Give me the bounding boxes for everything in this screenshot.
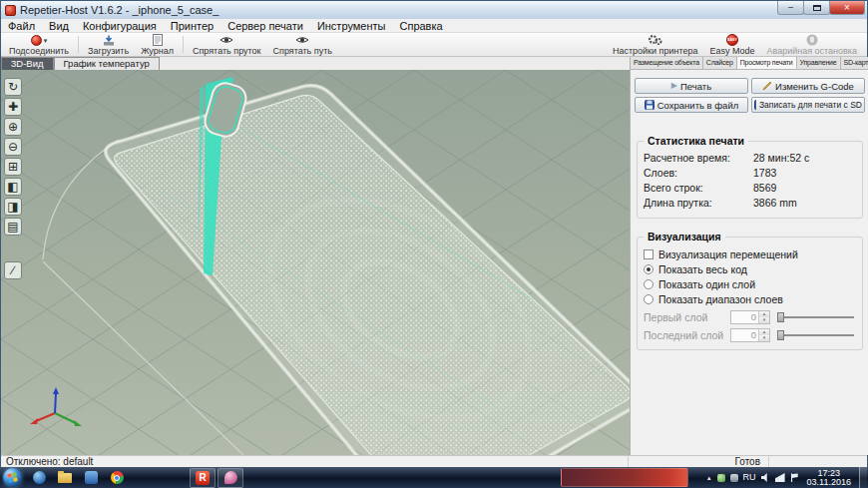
show-desktop-button[interactable] (859, 467, 867, 488)
window-controls: – × (778, 1, 865, 15)
3d-viewport[interactable]: ↻ ✚ ⊕ ⊖ ⊞ ◧ ◨ ▤ ∕ (1, 70, 630, 455)
menu-item-config[interactable]: Конфигурация (76, 19, 164, 33)
stop-hand-icon (806, 34, 818, 46)
action-center-flag-icon[interactable] (790, 473, 799, 482)
zoom-out-button[interactable]: ⊖ (4, 138, 22, 156)
spin-down-icon[interactable]: ▼ (759, 317, 769, 323)
viewport-3d-scene (1, 70, 630, 455)
taskbar-app-blue[interactable] (78, 468, 104, 488)
taskbar: R ▲ RU 17:23 03.11.2016 (0, 467, 868, 488)
stat-value-layers: 1783 (753, 166, 776, 181)
menu-item-view[interactable]: Вид (42, 19, 76, 33)
taskbar-app-media[interactable] (26, 468, 52, 488)
app-icon (85, 471, 98, 484)
stat-value-time: 28 мин:52 с (753, 151, 809, 166)
hide-travel-button[interactable]: Спрятать путь (267, 33, 338, 56)
tab-object-placement[interactable]: Размещение объекта (631, 57, 703, 69)
start-button[interactable] (3, 468, 22, 487)
save-to-file-button[interactable]: Сохранить в файл (635, 97, 748, 113)
easy-mode-icon: EASY (726, 34, 738, 46)
tray-chevron-icon[interactable]: ▲ (706, 475, 712, 481)
front-view-icon: ◧ (7, 180, 18, 194)
windows-logo-icon (7, 472, 17, 482)
tab-slicer[interactable]: Слайсер (703, 57, 737, 69)
ruler-icon: ∕ (12, 263, 14, 277)
move-view-button[interactable]: ✚ (4, 98, 22, 116)
chevron-down-icon: ▾ (44, 37, 48, 44)
play-icon: ▶ (671, 82, 677, 90)
tab-sd-card[interactable]: SD-карта (841, 57, 868, 69)
connect-button[interactable]: ▾ Подсоединить (3, 33, 75, 56)
maximize-button[interactable] (803, 1, 830, 15)
print-button[interactable]: ▶ Печать (635, 78, 748, 94)
folder-icon (58, 473, 72, 483)
menu-item-printer[interactable]: Принтер (164, 19, 220, 33)
first-layer-slider[interactable] (777, 311, 856, 323)
save-disk-icon (645, 100, 654, 110)
spin-down-icon[interactable]: ▼ (759, 335, 769, 341)
menu-item-print-server[interactable]: Сервер печати (220, 19, 310, 33)
gear-icon (648, 34, 662, 46)
tab-temp-graph[interactable]: График температур (54, 57, 160, 70)
palette-icon (224, 471, 237, 484)
tray-app-icon[interactable] (730, 474, 738, 482)
fit-view-button[interactable]: ⊞ (4, 158, 22, 176)
emergency-stop-button[interactable]: Аварийная остановка (760, 33, 863, 56)
toolbar-right-group: Настройки принтера EASY Easy Mode Аварий… (607, 33, 865, 56)
easy-mode-button[interactable]: EASY Easy Mode (703, 33, 760, 56)
show-layer-range-radio[interactable] (644, 294, 653, 304)
menu-item-tools[interactable]: Инструменты (310, 19, 393, 33)
hide-filament-button[interactable]: Спрятать пруток (187, 33, 267, 56)
tray-app-icon[interactable] (717, 474, 725, 482)
top-view-button[interactable]: ▤ (4, 218, 22, 236)
show-all-radio[interactable] (644, 264, 653, 274)
show-range-row: Показать диапазон слоев (644, 292, 856, 306)
load-button[interactable]: Загрузить (82, 33, 135, 56)
move-icon: ✚ (8, 100, 18, 114)
side-view-icon: ◨ (7, 200, 18, 214)
language-indicator[interactable]: RU (743, 473, 756, 482)
taskbar-app-explorer[interactable] (52, 468, 78, 488)
tray-date: 03.11.2016 (807, 477, 851, 487)
save-for-sd-button[interactable]: Записать для печати с SD (751, 97, 865, 113)
network-icon[interactable] (775, 473, 785, 482)
load-icon (103, 34, 115, 46)
side-view-button[interactable]: ◨ (4, 198, 22, 216)
zoom-in-button[interactable]: ⊕ (4, 118, 22, 136)
taskbar-app-browser[interactable] (104, 468, 130, 488)
menu-item-file[interactable]: Файл (1, 19, 42, 33)
front-view-button[interactable]: ◧ (4, 178, 22, 196)
tray-clock[interactable]: 17:23 03.11.2016 (804, 469, 854, 487)
viewport-toolbar: ↻ ✚ ⊕ ⊖ ⊞ ◧ ◨ ▤ ∕ (4, 78, 22, 279)
journal-icon (153, 34, 163, 46)
last-layer-slider-handle[interactable] (777, 330, 784, 340)
show-moves-row: Визуализация перемещений (644, 247, 856, 261)
rotate-view-button[interactable]: ↻ (4, 78, 22, 96)
taskbar-paint-button[interactable] (217, 468, 243, 488)
edit-gcode-button[interactable]: Изменить G-Code (751, 78, 865, 94)
tab-manual-control[interactable]: Управление (797, 57, 841, 69)
taskbar-repetier-button[interactable]: R (190, 468, 216, 488)
zoom-in-icon: ⊕ (8, 120, 18, 134)
last-layer-spinbox[interactable]: 0 ▲ ▼ (730, 328, 770, 342)
app-icon (5, 5, 16, 16)
tab-print-preview[interactable]: Просмотр печати (737, 57, 797, 69)
connect-icon (31, 35, 42, 46)
show-single-layer-radio[interactable] (644, 279, 653, 289)
menu-item-help[interactable]: Справка (392, 19, 449, 33)
measure-button[interactable]: ∕ (4, 261, 22, 279)
window-title: Repetier-Host V1.6.2 - _iphone_5_case_ (20, 4, 218, 16)
last-layer-slider[interactable] (777, 329, 856, 341)
first-layer-slider-handle[interactable] (777, 312, 784, 322)
show-moves-checkbox[interactable] (644, 249, 653, 259)
maximize-icon (813, 5, 821, 11)
printer-settings-button[interactable]: Настройки принтера (607, 33, 704, 56)
tab-3d-view[interactable]: 3D-Вид (1, 57, 54, 70)
close-button[interactable]: × (829, 1, 865, 15)
minimize-button[interactable]: – (777, 1, 804, 15)
speaker-icon[interactable] (761, 473, 770, 482)
visualization-title: Визуализация (644, 231, 725, 244)
first-layer-spinbox[interactable]: 0 ▲ ▼ (730, 310, 770, 324)
taskbar-image-window-button[interactable] (561, 468, 688, 487)
log-button[interactable]: Журнал (135, 33, 180, 56)
